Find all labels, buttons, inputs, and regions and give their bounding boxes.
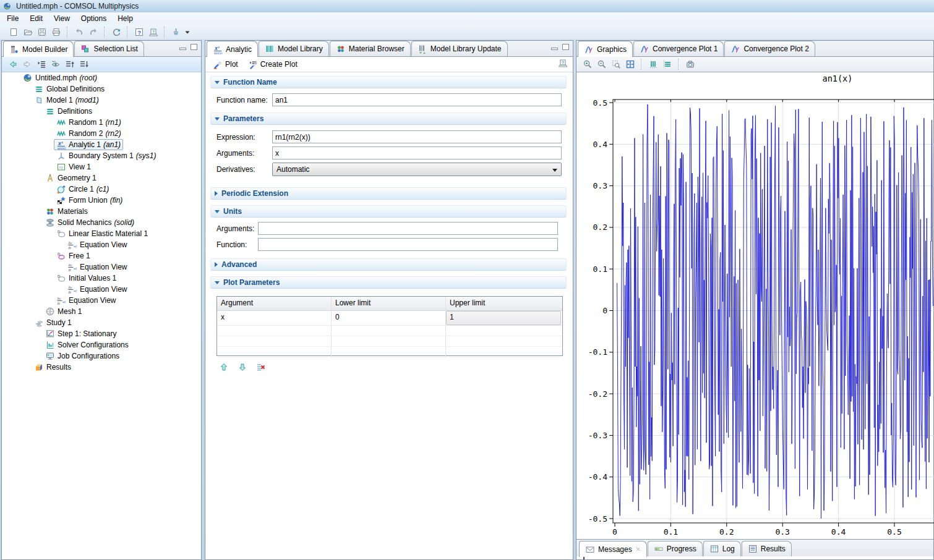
- menu-edit[interactable]: Edit: [24, 13, 48, 24]
- function-plot[interactable]: 00.10.20.30.40.50.50.40.30.20.10-0.1-0.2…: [576, 72, 934, 540]
- menu-help[interactable]: Help: [112, 13, 139, 24]
- table-cell[interactable]: [446, 336, 561, 346]
- table-cell[interactable]: [332, 326, 446, 336]
- tree-item-equation-view[interactable]: ∂u∂t=fEquation View: [2, 284, 201, 295]
- minimize-panel-icon[interactable]: [179, 48, 186, 50]
- table-cell[interactable]: [217, 336, 332, 346]
- table-move-down-button[interactable]: [235, 360, 249, 373]
- tree-item-job-configurations[interactable]: Job Configurations: [2, 350, 201, 362]
- units-arguments-input[interactable]: [258, 222, 558, 235]
- tree-item-linear-elastic-material-1[interactable]: DLinear Elastic Material 1: [2, 228, 201, 239]
- update-button[interactable]: [109, 25, 123, 38]
- table-cell[interactable]: [332, 336, 446, 346]
- tab-model-builder[interactable]: Model Builder: [3, 41, 74, 57]
- tree-item-equation-view[interactable]: ∂u∂t=fEquation View: [2, 295, 201, 306]
- tab-convergence-plot-1[interactable]: Convergence Plot 1: [633, 41, 724, 56]
- menu-file[interactable]: File: [1, 13, 24, 24]
- tree-item-untitled-mph-root[interactable]: Untitled.mph(root): [2, 72, 201, 83]
- tree-item-form-union-fin[interactable]: Form Union(fin): [2, 195, 201, 206]
- expression-input[interactable]: [272, 130, 562, 143]
- plot-button[interactable]: Plot: [209, 58, 242, 70]
- x-axis-data-button[interactable]: [660, 58, 674, 71]
- column-header-upper-limit[interactable]: Upper limit: [446, 297, 561, 310]
- tree-item-step-1-stationary[interactable]: Step 1: Stationary: [2, 328, 201, 339]
- tree-item-equation-view[interactable]: ∂u∂t=fEquation View: [2, 261, 201, 273]
- help-button[interactable]: ?: [132, 25, 146, 38]
- maximize-panel-icon[interactable]: [191, 44, 197, 50]
- tree-item-solid-mechanics-solid[interactable]: Solid Mechanics(solid): [2, 217, 201, 228]
- tree-item-analytic-1-an1[interactable]: x²sin(x)Analytic 1(an1): [2, 139, 201, 150]
- new-button[interactable]: [6, 25, 20, 38]
- show-options-button[interactable]: [48, 58, 62, 71]
- table-cell[interactable]: 0: [332, 311, 446, 325]
- section-function-name[interactable]: Function Name: [210, 76, 567, 88]
- tree-item-model-1-mod1[interactable]: Model 1(mod1): [2, 95, 201, 106]
- move-up-order-button[interactable]: [62, 58, 77, 71]
- documentation-button[interactable]: ?: [146, 25, 160, 38]
- tree-item-solver-configurations[interactable]: Solver Configurations: [2, 339, 201, 350]
- section-periodic-extension[interactable]: Periodic Extension: [210, 187, 567, 200]
- table-move-up-button[interactable]: [216, 360, 231, 373]
- tree-item-circle-1-c1[interactable]: Circle 1(c1): [2, 184, 201, 195]
- tab-graphics[interactable]: Graphics: [578, 41, 633, 57]
- snapshot-button[interactable]: [683, 58, 697, 71]
- print-button[interactable]: [49, 25, 63, 38]
- tree-item-study-1[interactable]: Study 1: [2, 317, 201, 328]
- table-empty-row[interactable]: [217, 336, 562, 347]
- column-header-lower-limit[interactable]: Lower limit: [332, 297, 446, 310]
- tab-messages[interactable]: Messages: [579, 541, 647, 557]
- tree-item-initial-values-1[interactable]: DInitial Values 1: [2, 273, 201, 284]
- tree-item-mesh-1[interactable]: Mesh 1: [2, 306, 201, 317]
- table-cell[interactable]: [332, 347, 446, 357]
- tree-item-global-definitions[interactable]: Global Definitions: [2, 83, 201, 95]
- table-cell[interactable]: [217, 326, 332, 336]
- tab-results[interactable]: Results: [742, 541, 792, 556]
- nav-back-button[interactable]: [6, 58, 20, 71]
- tree-item-free-1[interactable]: DFree 1: [2, 250, 201, 261]
- tree-item-random-2-rn2[interactable]: Random 2(rn2): [2, 128, 201, 139]
- caret-down-button[interactable]: [183, 25, 191, 38]
- zoom-box-button[interactable]: [609, 58, 623, 71]
- table-row[interactable]: x01: [217, 311, 562, 326]
- tab-analytic[interactable]: x²sin(x)Analytic: [207, 41, 258, 57]
- section-plot-parameters[interactable]: Plot Parameters: [210, 276, 567, 289]
- tab-progress[interactable]: Progress: [648, 541, 703, 556]
- maximize-panel-icon[interactable]: [562, 44, 569, 50]
- table-empty-row[interactable]: [217, 326, 562, 336]
- section-parameters[interactable]: Parameters: [210, 112, 567, 125]
- section-advanced[interactable]: Advanced: [210, 258, 567, 271]
- function-name-input[interactable]: [272, 93, 562, 106]
- create-plot-button[interactable]: Create Plot: [244, 58, 301, 70]
- redo-button[interactable]: [86, 25, 100, 38]
- units-function-input[interactable]: [258, 238, 558, 251]
- close-icon[interactable]: [635, 546, 641, 552]
- menu-options[interactable]: Options: [75, 13, 112, 24]
- tree-item-geometry-1[interactable]: Geometry 1: [2, 172, 201, 184]
- move-down-order-button[interactable]: [77, 58, 91, 71]
- tree-item-materials[interactable]: Materials: [2, 206, 201, 217]
- table-cell[interactable]: x: [217, 311, 332, 325]
- minimize-panel-icon[interactable]: [551, 48, 558, 50]
- table-cell[interactable]: [446, 326, 561, 336]
- menu-view[interactable]: View: [48, 13, 75, 24]
- help-documentation-icon[interactable]: ?: [558, 58, 568, 68]
- arguments-input[interactable]: [272, 146, 562, 159]
- section-units[interactable]: Units: [210, 205, 567, 218]
- tree-item-view-1[interactable]: xyView 1: [2, 161, 201, 172]
- table-cell[interactable]: [446, 347, 561, 357]
- zoom-extents-button[interactable]: [623, 58, 637, 71]
- tab-log[interactable]: Log: [703, 541, 741, 556]
- table-empty-row[interactable]: [217, 347, 562, 357]
- tree-item-definitions[interactable]: Definitions: [2, 106, 201, 117]
- tree-item-random-1-rn1[interactable]: Random 1(rn1): [2, 117, 201, 128]
- tab-model-library-update[interactable]: Model Library Update: [411, 41, 508, 56]
- plot-canvas[interactable]: 00.10.20.30.40.50.50.40.30.20.10-0.1-0.2…: [576, 72, 933, 516]
- table-delete-button[interactable]: [254, 360, 268, 373]
- zoom-in-button[interactable]: [580, 58, 594, 71]
- table-cell[interactable]: 1: [446, 311, 561, 325]
- tree-item-equation-view[interactable]: ∂u∂t=fEquation View: [2, 239, 201, 250]
- undo-button[interactable]: [72, 25, 86, 38]
- y-axis-data-button[interactable]: [646, 58, 660, 71]
- collapse-all-button[interactable]: [34, 58, 48, 71]
- zoom-out-button[interactable]: [594, 58, 609, 71]
